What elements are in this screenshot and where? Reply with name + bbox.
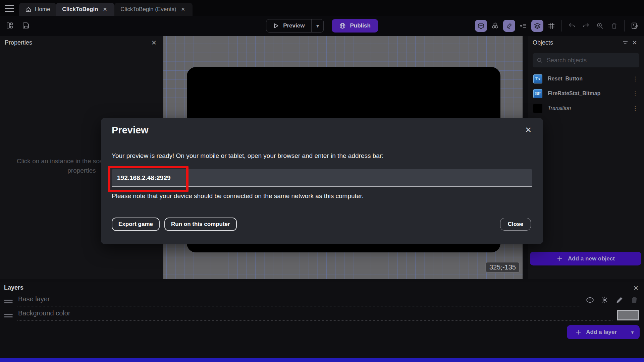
preview-ready-text: Your preview is ready! On your mobile or… — [112, 152, 383, 160]
layer-visibility-eye-icon[interactable] — [585, 295, 595, 305]
bitmap-font-object-icon: BF — [533, 89, 542, 98]
plus-icon — [556, 255, 563, 262]
object-menu-dots-icon[interactable]: ⋮ — [630, 75, 641, 82]
tab-scene[interactable]: ClickToBegin ✕ — [56, 3, 114, 16]
objects-close-icon[interactable]: ✕ — [630, 38, 639, 47]
layer-effects-sun-icon[interactable] — [600, 295, 610, 305]
toolbar-divider — [624, 20, 625, 32]
objects-cubes-icon[interactable] — [489, 20, 501, 32]
zoom-in-icon[interactable] — [594, 20, 606, 32]
add-new-object-label: Add a new object — [568, 255, 615, 262]
object-menu-dots-icon[interactable]: ⋮ — [630, 90, 641, 97]
tab-scene-label: ClickToBegin — [62, 6, 98, 13]
gdevelop-app: Home ClickToBegin ✕ ClickToBegin (Events… — [0, 0, 644, 362]
black-square-object-icon — [533, 104, 542, 113]
run-on-this-computer-button[interactable]: Run on this computer — [164, 218, 237, 231]
layer-edit-pencil-icon[interactable] — [614, 295, 625, 305]
plus-icon — [575, 329, 582, 336]
properties-panel-title: Properties — [5, 39, 32, 46]
background-color-swatch[interactable] — [617, 310, 639, 320]
object-name: Reset_Button — [548, 76, 624, 82]
preview-options-caret-icon[interactable]: ▾ — [311, 19, 323, 32]
tab-events-close-icon[interactable]: ✕ — [180, 6, 187, 13]
preview-button[interactable]: Preview — [266, 19, 311, 32]
home-icon — [25, 6, 32, 13]
instances-list-icon[interactable] — [517, 20, 529, 32]
publish-button-label: Publish — [350, 22, 370, 29]
tab-events[interactable]: ClickToBegin (Events) ✕ — [114, 3, 193, 16]
layers-panel-title: Layers — [4, 284, 23, 291]
object-name: FireRateStat_Bitmap — [548, 90, 624, 97]
add-layer-button[interactable]: Add a layer ▾ — [567, 325, 640, 339]
toolbar-divider — [561, 20, 562, 32]
layer-row-background-color[interactable]: Background color — [4, 309, 639, 320]
play-icon — [273, 23, 279, 29]
tab-scene-close-icon[interactable]: ✕ — [102, 6, 109, 13]
redo-icon[interactable] — [580, 20, 592, 32]
preview-network-note: Please note that your device should be c… — [112, 192, 364, 200]
layer-delete-trash-icon[interactable] — [629, 295, 639, 305]
add-new-object-button[interactable]: Add a new object — [530, 252, 641, 265]
object-name: Transition — [548, 105, 624, 111]
drag-handle-icon[interactable] — [4, 300, 13, 306]
toggle-3d-view-cube-icon[interactable] — [475, 20, 487, 32]
export-game-button[interactable]: Export game — [112, 218, 160, 231]
preview-button-label: Preview — [283, 22, 305, 29]
publish-button[interactable]: Publish — [332, 19, 378, 33]
edit-pencil-icon[interactable] — [503, 20, 515, 32]
close-button[interactable]: Close — [500, 218, 531, 231]
layers-close-icon[interactable]: ✕ — [631, 284, 641, 293]
undo-icon[interactable] — [566, 20, 578, 32]
open-panels-layout-icon[interactable] — [5, 20, 15, 31]
preview-dialog-close-icon[interactable]: ✕ — [525, 125, 532, 135]
save-icon[interactable] — [21, 20, 31, 31]
preview-dialog-title: Preview — [112, 125, 149, 136]
objects-search-input[interactable] — [547, 57, 635, 64]
tab-bar: Home ClickToBegin ✕ ClickToBegin (Events… — [0, 0, 644, 16]
tab-home-label: Home — [35, 6, 50, 13]
add-layer-label: Add a layer — [586, 329, 617, 336]
tab-events-label: ClickToBegin (Events) — [120, 6, 176, 13]
add-layer-caret-icon[interactable]: ▾ — [625, 325, 640, 339]
layer-name-field[interactable]: Background color — [17, 309, 612, 320]
properties-close-icon[interactable]: ✕ — [149, 38, 159, 47]
objects-panel-title: Objects — [533, 39, 553, 46]
object-row-transition[interactable]: Transition ⋮ — [528, 101, 644, 116]
drag-handle-icon[interactable] — [4, 314, 13, 320]
preview-dialog: Preview ✕ Your preview is ready! On your… — [101, 118, 543, 244]
text-object-icon: Tx — [533, 74, 542, 83]
layers-icon[interactable] — [531, 20, 543, 32]
objects-search-box[interactable] — [533, 53, 639, 67]
objects-filter-icon[interactable] — [621, 38, 630, 47]
object-menu-dots-icon[interactable]: ⋮ — [630, 105, 641, 112]
object-row-fireratestat-bitmap[interactable]: BF FireRateStat_Bitmap ⋮ — [528, 86, 644, 101]
cursor-coordinates-badge: 325;-135 — [485, 262, 520, 273]
tab-home[interactable]: Home — [19, 3, 56, 16]
search-icon — [537, 57, 543, 64]
edit-scene-events-icon[interactable] — [629, 20, 641, 32]
preview-address-input[interactable] — [112, 169, 532, 187]
layer-row-base[interactable]: Base layer — [4, 295, 639, 306]
layers-panel: Layers ✕ Base layer Bac — [0, 282, 644, 358]
toolbar: Preview ▾ Publish — [0, 16, 644, 36]
layer-name-field[interactable]: Base layer — [17, 295, 580, 306]
grid-icon[interactable] — [545, 20, 557, 32]
globe-icon — [339, 22, 346, 29]
bottom-blue-strip — [0, 358, 644, 362]
objects-panel: Objects ✕ Tx Reset_Button ⋮ BF FireRateS… — [528, 36, 644, 279]
delete-trash-icon[interactable] — [608, 20, 620, 32]
preview-split-button: Preview ▾ — [266, 19, 324, 33]
object-row-reset-button[interactable]: Tx Reset_Button ⋮ — [528, 71, 644, 86]
main-menu-hamburger-icon[interactable] — [4, 4, 15, 13]
